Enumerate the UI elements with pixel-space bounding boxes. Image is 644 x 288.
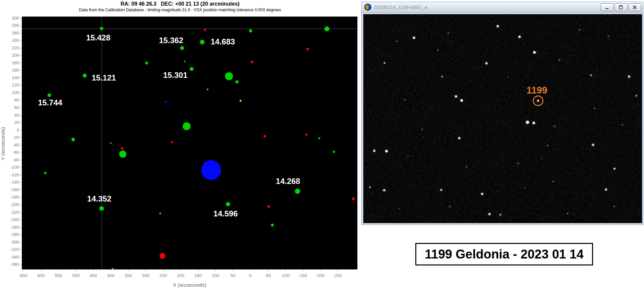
starfield-image[interactable]: 1199 [363,14,642,223]
minimize-button[interactable] [601,3,613,11]
y-tick-label: 60 [4,105,19,110]
star-data-point[interactable] [325,27,330,31]
star-data-point[interactable] [200,40,205,44]
x-tick-label: 600 [33,273,49,278]
star-data-point[interactable] [267,205,270,208]
star-data-point[interactable] [99,206,104,211]
y-tick-label: 80 [4,98,19,102]
x-tick-mark [268,269,268,271]
star-data-point[interactable] [119,150,126,158]
maximize-button[interactable] [615,3,627,11]
y-tick-label: -140 [4,180,19,185]
star-data-point[interactable] [100,27,103,30]
star-data-point[interactable] [112,268,114,269]
y-tick-label: 140 [4,76,19,80]
star [592,144,594,146]
star [466,166,467,167]
sky-noise-layer [363,14,642,223]
star [594,108,595,109]
star-data-point[interactable] [48,93,51,97]
maximize-icon [619,5,623,10]
star-data-point[interactable] [159,212,161,214]
star-data-point[interactable] [352,197,355,200]
star-data-point[interactable] [318,137,320,139]
star [385,150,388,152]
y-tick-label: 300 [4,16,19,21]
y-tick-label: -180 [4,195,19,200]
y-tick-label: 260 [4,31,19,35]
magnitude-label: 14.596 [213,209,238,218]
star-data-point[interactable] [271,223,274,226]
star-data-point[interactable] [207,88,208,90]
close-button[interactable] [628,3,641,11]
star [636,95,637,96]
star-data-point[interactable] [235,80,239,84]
screen: RA: 09 46 26.3 DEC: +00 21 13 (20 arcmin… [0,0,644,288]
image-viewer-window: 20230114_1199-0001_a 1199 [361,2,643,225]
star-data-point[interactable] [184,61,186,62]
window-titlebar[interactable]: 20230114_1199-0001_a [362,2,643,13]
x-tick-label: 500 [68,273,84,278]
star [608,36,609,37]
y-tick-label: 220 [4,46,19,50]
star-data-point[interactable] [180,46,184,50]
star [552,181,553,182]
target-crosshair-horizontal [22,29,357,29]
star-data-point[interactable] [160,253,165,259]
y-tick-label: 100 [4,90,19,95]
star [526,121,529,124]
star-data-point[interactable] [251,61,253,63]
star-data-point[interactable] [240,100,242,102]
star [605,189,607,191]
asteroid-marker-circle [533,95,543,106]
x-tick-label: 450 [85,273,102,278]
star [461,99,463,102]
x-tick-mark [76,269,76,271]
star-data-point[interactable] [305,134,308,136]
plot-area[interactable]: 15.42815.36214.68315.30115.12115.74414.3… [22,17,357,269]
star [481,193,483,195]
star-data-point[interactable] [165,101,167,103]
star-data-point[interactable] [190,67,194,71]
star-data-point[interactable] [306,48,309,50]
star-data-point[interactable] [295,189,300,194]
magnitude-label: 15.301 [163,71,187,80]
star-data-point[interactable] [226,202,230,206]
x-tick-label: -50 [259,273,276,278]
star-data-point[interactable] [333,150,335,153]
star-data-point[interactable] [201,160,221,180]
star-data-point[interactable] [71,138,75,141]
star [421,129,422,130]
star-data-point[interactable] [83,74,87,78]
y-tick-label: -100 [4,165,19,170]
x-tick-label: 0 [242,273,258,278]
x-tick-label: 650 [15,273,32,278]
star-data-point[interactable] [263,135,266,138]
star-data-point[interactable] [183,122,191,130]
x-tick-label: -150 [295,273,311,278]
star-data-point[interactable] [44,172,46,174]
star [399,208,400,209]
star-data-point[interactable] [121,147,123,150]
magnitude-label: 15.744 [38,98,62,107]
star-data-point[interactable] [110,143,112,144]
calibration-chart-panel: RA: 09 46 26.3 DEC: +00 21 13 (20 arcmin… [0,0,360,288]
star-data-point[interactable] [171,141,173,143]
star-data-point[interactable] [145,61,148,64]
x-tick-label: 300 [137,273,154,278]
app-icon [364,4,371,11]
x-tick-mark [23,269,24,271]
y-tick-label: 200 [4,53,19,58]
star [497,25,499,27]
magnitude-label: 15.428 [86,33,110,42]
star-data-point[interactable] [249,29,252,32]
close-icon [632,5,637,10]
x-tick-label: 50 [225,273,241,278]
caption-text: 1199 Geldonia - 2023 01 14 [425,247,584,261]
star [508,77,509,77]
x-tick-label: 400 [103,273,119,278]
x-tick-label: -100 [277,273,294,278]
star-data-point[interactable] [225,72,233,80]
x-tick-mark [181,269,181,271]
star-data-point[interactable] [204,29,206,31]
